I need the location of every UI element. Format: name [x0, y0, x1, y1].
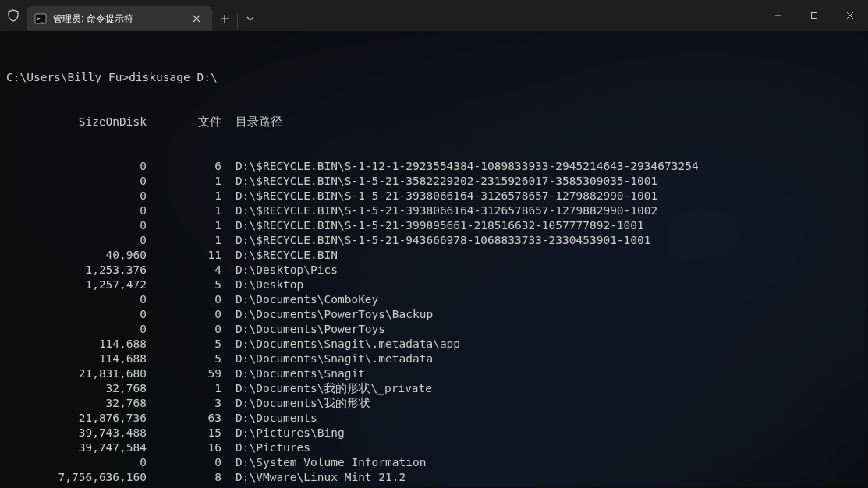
- cell-files: 0: [147, 322, 221, 337]
- cell-files: 5: [147, 337, 221, 352]
- output-row: 39,743,48815D:\Pictures\Bing: [6, 426, 862, 440]
- output-row: 00D:\System Volume Information: [6, 455, 862, 470]
- chevron-down-icon: [246, 15, 254, 23]
- window-maximize-button[interactable]: [796, 0, 832, 31]
- cell-files: 1: [147, 233, 221, 248]
- cell-path: D:\Pictures: [221, 440, 310, 455]
- output-row: 00D:\Documents\PowerToys: [6, 322, 862, 337]
- tab-dropdown-button[interactable]: [238, 6, 263, 31]
- cell-path: D:\$RECYCLE.BIN\S-1-5-21-3938066164-3126…: [221, 189, 657, 203]
- cell-files: 1: [147, 189, 221, 203]
- cell-files: 0: [147, 307, 221, 322]
- cell-files: 6: [147, 159, 221, 174]
- svg-rect-2: [812, 13, 817, 19]
- cell-size: 1,257,472: [6, 278, 147, 292]
- cell-files: 1: [147, 203, 221, 218]
- cell-path: D:\Desktop\Pics: [221, 263, 338, 278]
- maximize-icon: [810, 12, 818, 19]
- cell-path: D:\Documents\我的形状\_private: [221, 381, 432, 396]
- cell-files: 15: [147, 426, 221, 440]
- output-row: 01D:\$RECYCLE.BIN\S-1-5-21-399895661-218…: [6, 218, 862, 233]
- cell-files: 5: [147, 278, 221, 292]
- cell-path: D:\$RECYCLE.BIN\S-1-5-21-3938066164-3126…: [221, 203, 657, 218]
- output-row: 01D:\$RECYCLE.BIN\S-1-5-21-943666978-106…: [6, 233, 862, 248]
- cell-path: D:\System Volume Information: [221, 455, 426, 470]
- cell-files: 9: [147, 485, 221, 488]
- output-row: 25,319,358,4649D:\VMware\macOS Sonoma: [6, 485, 862, 488]
- cell-files: 63: [147, 411, 221, 426]
- cell-files: 5: [147, 352, 221, 366]
- header-size: SizeOnDisk: [6, 115, 147, 129]
- cell-size: 0: [6, 292, 147, 307]
- tab-close-button[interactable]: [187, 9, 206, 28]
- cell-path: D:\Documents\Snagit\.metadata\app: [221, 337, 460, 352]
- shield-icon: [0, 0, 27, 31]
- cell-size: 114,688: [6, 337, 147, 352]
- cell-path: D:\Documents\ComboKey: [221, 292, 378, 307]
- cell-files: 11: [147, 248, 221, 263]
- cell-files: 59: [147, 366, 221, 381]
- header-files: 文件: [147, 115, 221, 129]
- cell-path: D:\Documents\PowerToys\Backup: [221, 307, 433, 322]
- cell-size: 32,768: [6, 396, 147, 411]
- cell-size: 0: [6, 218, 147, 233]
- window-close-button[interactable]: [832, 0, 868, 31]
- cell-size: 32,768: [6, 381, 147, 396]
- output-row: 114,6885D:\Documents\Snagit\.metadata: [6, 352, 862, 366]
- titlebar: >_ 管理员: 命令提示符: [0, 0, 868, 31]
- terminal-output[interactable]: C:\Users\Billy Fu>diskusage D:\ SizeOnDi…: [0, 31, 868, 488]
- output-row: 39,747,58416D:\Pictures: [6, 440, 862, 455]
- window-minimize-button[interactable]: [760, 0, 796, 31]
- cell-path: D:\$RECYCLE.BIN\S-1-5-21-943666978-10688…: [221, 233, 651, 248]
- output-row: 01D:\$RECYCLE.BIN\S-1-5-21-3938066164-31…: [6, 189, 862, 203]
- cell-size: 39,743,488: [6, 426, 147, 440]
- cell-files: 16: [147, 440, 221, 455]
- cell-path: D:\Documents\Snagit\.metadata: [221, 352, 433, 366]
- minimize-icon: [774, 12, 782, 19]
- cell-size: 39,747,584: [6, 440, 147, 455]
- cell-files: 1: [147, 174, 221, 189]
- cell-size: 0: [6, 189, 147, 203]
- cell-path: D:\$RECYCLE.BIN: [221, 248, 338, 263]
- output-row: 40,96011D:\$RECYCLE.BIN: [6, 248, 862, 263]
- plus-icon: [220, 14, 229, 23]
- output-row: 1,253,3764D:\Desktop\Pics: [6, 263, 862, 278]
- tab-cmd-admin[interactable]: >_ 管理员: 命令提示符: [27, 6, 212, 31]
- output-row: 00D:\Documents\PowerToys\Backup: [6, 307, 862, 322]
- new-tab-button[interactable]: [212, 6, 237, 31]
- cell-size: 25,319,358,464: [6, 485, 147, 488]
- cell-size: 0: [6, 233, 147, 248]
- cell-size: 0: [6, 174, 147, 189]
- cell-size: 40,960: [6, 248, 147, 263]
- cell-path: D:\Pictures\Bing: [221, 426, 345, 440]
- cell-files: 0: [147, 455, 221, 470]
- cell-size: 114,688: [6, 352, 147, 366]
- cell-path: D:\$RECYCLE.BIN\S-1-12-1-2923554384-1089…: [221, 159, 699, 174]
- output-row: 1,257,4725D:\Desktop: [6, 278, 862, 292]
- output-row: 21,876,73663D:\Documents: [6, 411, 862, 426]
- cell-path: D:\Desktop: [221, 278, 303, 292]
- cell-path: D:\VMware\Linux Mint 21.2: [221, 470, 406, 485]
- cell-size: 21,831,680: [6, 366, 147, 381]
- cell-path: D:\$RECYCLE.BIN\S-1-5-21-3582229202-2315…: [221, 174, 657, 189]
- cell-size: 21,876,736: [6, 411, 147, 426]
- close-icon: [846, 12, 854, 19]
- svg-text:>_: >_: [37, 16, 44, 23]
- cell-size: 7,756,636,160: [6, 470, 147, 485]
- output-row: 06D:\$RECYCLE.BIN\S-1-12-1-2923554384-10…: [6, 159, 862, 174]
- header-path: 目录路径: [221, 115, 282, 129]
- cell-size: 0: [6, 307, 147, 322]
- cell-size: 1,253,376: [6, 263, 147, 278]
- close-icon: [193, 15, 200, 23]
- cell-path: D:\Documents\我的形状: [221, 396, 371, 411]
- output-row: 00D:\Documents\ComboKey: [6, 292, 862, 307]
- prompt-line: C:\Users\Billy Fu>diskusage D:\: [6, 70, 862, 85]
- cmd-icon: >_: [34, 12, 47, 25]
- cell-files: 1: [147, 218, 221, 233]
- cell-size: 0: [6, 159, 147, 174]
- cell-files: 0: [147, 292, 221, 307]
- cell-size: 0: [6, 322, 147, 337]
- cell-path: D:\$RECYCLE.BIN\S-1-5-21-399895661-21851…: [221, 218, 644, 233]
- tab-title: 管理员: 命令提示符: [53, 12, 181, 26]
- cell-path: D:\VMware\macOS Sonoma: [221, 485, 385, 488]
